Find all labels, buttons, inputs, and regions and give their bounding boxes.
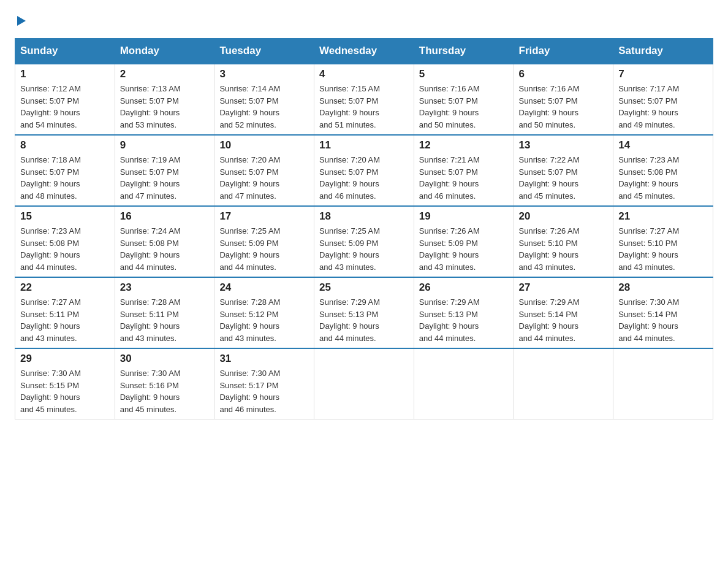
day-number: 20 [519,210,609,223]
day-number: 9 [120,139,210,151]
day-number: 2 [120,68,210,80]
calendar-week-row: 8Sunrise: 7:18 AMSunset: 5:07 PMDaylight… [15,135,713,206]
day-info: Sunrise: 7:30 AMSunset: 5:15 PMDaylight:… [20,367,110,415]
day-number: 4 [319,68,409,80]
day-number: 1 [20,68,110,80]
day-number: 3 [219,68,309,80]
day-number: 10 [219,139,309,151]
day-number: 25 [319,282,409,294]
day-info: Sunrise: 7:13 AMSunset: 5:07 PMDaylight:… [120,83,210,131]
day-info: Sunrise: 7:26 AMSunset: 5:09 PMDaylight:… [419,225,509,273]
calendar-cell: 23Sunrise: 7:28 AMSunset: 5:11 PMDayligh… [115,277,214,348]
day-info: Sunrise: 7:16 AMSunset: 5:07 PMDaylight:… [519,83,609,131]
day-info: Sunrise: 7:17 AMSunset: 5:07 PMDaylight:… [618,83,708,131]
day-number: 31 [219,353,309,365]
day-number: 11 [319,139,409,151]
calendar-cell: 22Sunrise: 7:27 AMSunset: 5:11 PMDayligh… [15,277,115,348]
day-info: Sunrise: 7:22 AMSunset: 5:07 PMDaylight:… [519,154,609,202]
calendar-cell: 12Sunrise: 7:21 AMSunset: 5:07 PMDayligh… [414,135,514,206]
day-info: Sunrise: 7:15 AMSunset: 5:07 PMDaylight:… [319,83,409,131]
calendar-cell [414,348,514,419]
day-number: 5 [419,68,509,80]
day-number: 27 [519,282,609,294]
calendar-cell: 11Sunrise: 7:20 AMSunset: 5:07 PMDayligh… [314,135,414,206]
day-info: Sunrise: 7:27 AMSunset: 5:10 PMDaylight:… [618,225,708,273]
calendar-week-row: 29Sunrise: 7:30 AMSunset: 5:15 PMDayligh… [15,348,713,419]
day-info: Sunrise: 7:21 AMSunset: 5:07 PMDaylight:… [419,154,509,202]
calendar-cell [314,348,414,419]
calendar-table: SundayMondayTuesdayWednesdayThursdayFrid… [15,38,713,419]
calendar-cell: 27Sunrise: 7:29 AMSunset: 5:14 PMDayligh… [514,277,613,348]
day-info: Sunrise: 7:29 AMSunset: 5:14 PMDaylight:… [519,296,609,344]
calendar-cell: 29Sunrise: 7:30 AMSunset: 5:15 PMDayligh… [15,348,115,419]
calendar-cell [514,348,613,419]
day-number: 8 [20,139,110,151]
calendar-header-saturday: Saturday [613,39,713,64]
calendar-cell: 26Sunrise: 7:29 AMSunset: 5:13 PMDayligh… [414,277,514,348]
calendar-cell: 19Sunrise: 7:26 AMSunset: 5:09 PMDayligh… [414,206,514,277]
day-info: Sunrise: 7:12 AMSunset: 5:07 PMDaylight:… [20,83,110,131]
calendar-cell: 8Sunrise: 7:18 AMSunset: 5:07 PMDaylight… [15,135,115,206]
calendar-header-wednesday: Wednesday [314,39,414,64]
calendar-cell: 6Sunrise: 7:16 AMSunset: 5:07 PMDaylight… [514,64,613,135]
calendar-cell: 24Sunrise: 7:28 AMSunset: 5:12 PMDayligh… [214,277,314,348]
day-number: 16 [120,210,210,223]
day-number: 21 [618,210,708,223]
day-number: 13 [519,139,609,151]
day-info: Sunrise: 7:14 AMSunset: 5:07 PMDaylight:… [219,83,309,131]
day-info: Sunrise: 7:16 AMSunset: 5:07 PMDaylight:… [419,83,509,131]
day-info: Sunrise: 7:20 AMSunset: 5:07 PMDaylight:… [219,154,309,202]
day-info: Sunrise: 7:23 AMSunset: 5:08 PMDaylight:… [618,154,708,202]
page-header [15,15,713,27]
calendar-cell: 3Sunrise: 7:14 AMSunset: 5:07 PMDaylight… [214,64,314,135]
calendar-cell: 13Sunrise: 7:22 AMSunset: 5:07 PMDayligh… [514,135,613,206]
day-number: 14 [618,139,708,151]
day-number: 26 [419,282,509,294]
day-info: Sunrise: 7:30 AMSunset: 5:17 PMDaylight:… [219,367,309,415]
day-number: 24 [219,282,309,294]
day-number: 15 [20,210,110,223]
day-info: Sunrise: 7:24 AMSunset: 5:08 PMDaylight:… [120,225,210,273]
day-info: Sunrise: 7:18 AMSunset: 5:07 PMDaylight:… [20,154,110,202]
day-number: 29 [20,353,110,365]
day-number: 23 [120,282,210,294]
day-info: Sunrise: 7:20 AMSunset: 5:07 PMDaylight:… [319,154,409,202]
day-number: 17 [219,210,309,223]
calendar-week-row: 1Sunrise: 7:12 AMSunset: 5:07 PMDaylight… [15,64,713,135]
calendar-cell: 31Sunrise: 7:30 AMSunset: 5:17 PMDayligh… [214,348,314,419]
calendar-cell: 5Sunrise: 7:16 AMSunset: 5:07 PMDaylight… [414,64,514,135]
calendar-header-row: SundayMondayTuesdayWednesdayThursdayFrid… [15,39,713,64]
calendar-header-tuesday: Tuesday [214,39,314,64]
calendar-cell: 17Sunrise: 7:25 AMSunset: 5:09 PMDayligh… [214,206,314,277]
day-number: 28 [618,282,708,294]
calendar-header-friday: Friday [514,39,613,64]
day-info: Sunrise: 7:19 AMSunset: 5:07 PMDaylight:… [120,154,210,202]
calendar-cell: 20Sunrise: 7:26 AMSunset: 5:10 PMDayligh… [514,206,613,277]
day-info: Sunrise: 7:27 AMSunset: 5:11 PMDaylight:… [20,296,110,344]
calendar-cell: 25Sunrise: 7:29 AMSunset: 5:13 PMDayligh… [314,277,414,348]
day-number: 30 [120,353,210,365]
calendar-cell: 21Sunrise: 7:27 AMSunset: 5:10 PMDayligh… [613,206,713,277]
calendar-cell: 1Sunrise: 7:12 AMSunset: 5:07 PMDaylight… [15,64,115,135]
logo-arrow-icon [16,15,27,27]
calendar-cell: 4Sunrise: 7:15 AMSunset: 5:07 PMDaylight… [314,64,414,135]
day-info: Sunrise: 7:29 AMSunset: 5:13 PMDaylight:… [419,296,509,344]
calendar-week-row: 22Sunrise: 7:27 AMSunset: 5:11 PMDayligh… [15,277,713,348]
calendar-cell: 10Sunrise: 7:20 AMSunset: 5:07 PMDayligh… [214,135,314,206]
day-number: 12 [419,139,509,151]
day-info: Sunrise: 7:30 AMSunset: 5:16 PMDaylight:… [120,367,210,415]
calendar-header-monday: Monday [115,39,214,64]
svg-marker-0 [17,16,26,26]
calendar-cell: 28Sunrise: 7:30 AMSunset: 5:14 PMDayligh… [613,277,713,348]
calendar-cell: 7Sunrise: 7:17 AMSunset: 5:07 PMDaylight… [613,64,713,135]
day-number: 6 [519,68,609,80]
day-info: Sunrise: 7:23 AMSunset: 5:08 PMDaylight:… [20,225,110,273]
calendar-cell: 14Sunrise: 7:23 AMSunset: 5:08 PMDayligh… [613,135,713,206]
logo [15,15,27,27]
day-info: Sunrise: 7:28 AMSunset: 5:12 PMDaylight:… [219,296,309,344]
day-info: Sunrise: 7:25 AMSunset: 5:09 PMDaylight:… [319,225,409,273]
calendar-cell: 15Sunrise: 7:23 AMSunset: 5:08 PMDayligh… [15,206,115,277]
day-info: Sunrise: 7:28 AMSunset: 5:11 PMDaylight:… [120,296,210,344]
day-info: Sunrise: 7:26 AMSunset: 5:10 PMDaylight:… [519,225,609,273]
calendar-header-thursday: Thursday [414,39,514,64]
